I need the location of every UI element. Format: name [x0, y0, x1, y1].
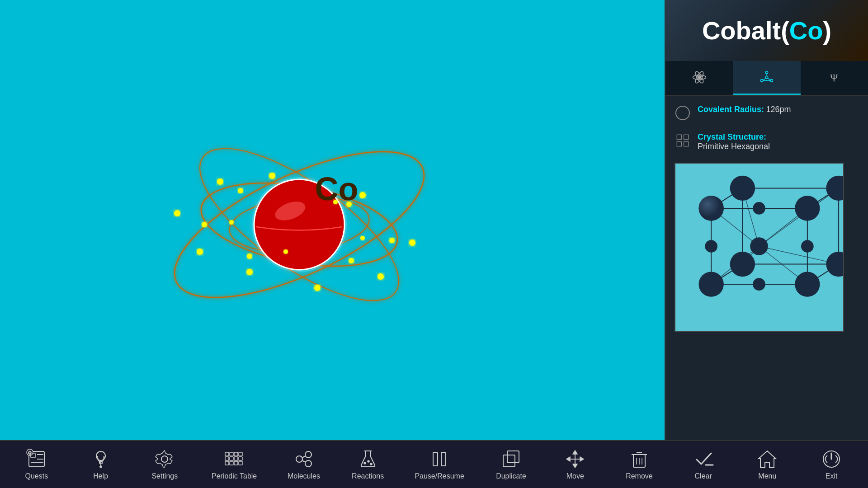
toolbar-quests[interactable]: Q Quests	[14, 445, 59, 484]
svg-point-88	[100, 466, 102, 468]
toolbar-move[interactable]: Move	[552, 445, 598, 484]
duplicate-label: Duplicate	[496, 472, 526, 480]
svg-point-113	[370, 463, 372, 465]
atom-container: Co	[141, 107, 458, 333]
crystal-structure-icon	[675, 132, 691, 149]
svg-rect-93	[225, 452, 229, 456]
svg-point-26	[283, 249, 288, 254]
svg-point-9	[217, 178, 223, 185]
settings-icon	[154, 449, 175, 469]
svg-rect-116	[507, 451, 519, 463]
svg-rect-42	[677, 142, 681, 146]
covalent-radius-text: Covalent Radius: 126pm	[698, 105, 859, 114]
toolbar-menu[interactable]: Menu	[745, 445, 790, 484]
svg-point-32	[760, 80, 763, 82]
svg-point-71	[795, 272, 820, 296]
structure-tab-icon	[759, 69, 775, 85]
svg-rect-96	[239, 452, 242, 456]
element-title: Cobalt(Co)	[665, 0, 868, 61]
tab-atom[interactable]	[665, 61, 733, 95]
move-icon	[565, 449, 585, 469]
toolbar-periodic-table[interactable]: Periodic Table	[206, 445, 262, 484]
svg-rect-99	[234, 457, 238, 460]
svg-point-13	[377, 273, 384, 280]
tab-psi[interactable]: Ψ	[801, 61, 868, 95]
atom-orbit-svg	[141, 107, 458, 333]
toolbar-help[interactable]: Help	[78, 445, 123, 484]
svg-point-25	[360, 236, 365, 240]
remove-label: Remove	[626, 472, 653, 480]
svg-point-18	[238, 188, 243, 193]
menu-icon	[757, 449, 778, 469]
svg-line-36	[763, 78, 765, 80]
move-label: Move	[566, 472, 584, 480]
svg-point-106	[305, 451, 311, 458]
svg-point-16	[197, 249, 203, 255]
atom-tab-icon	[691, 69, 708, 85]
element-symbol-label: Co	[315, 170, 359, 207]
toolbar-settings[interactable]: Settings	[142, 445, 187, 484]
svg-point-8	[174, 210, 180, 216]
svg-point-31	[765, 71, 768, 74]
molecules-label: Molecules	[288, 472, 320, 480]
svg-point-33	[770, 80, 773, 82]
main-area: Co Cobalt(Co)	[0, 0, 868, 440]
svg-point-11	[359, 192, 366, 198]
svg-rect-40	[677, 135, 681, 139]
svg-rect-98	[230, 457, 233, 460]
quests-icon: Q	[26, 449, 47, 469]
covalent-radius-value: 126pm	[766, 105, 791, 114]
toolbar-remove[interactable]: Remove	[617, 445, 662, 484]
svg-point-92	[161, 456, 168, 462]
svg-marker-122	[566, 457, 570, 461]
covalent-radius-row: Covalent Radius: 126pm	[675, 105, 859, 121]
periodic-table-label: Periodic Table	[212, 472, 257, 480]
crystal-structure-image	[675, 163, 844, 332]
duplicate-icon	[501, 449, 522, 469]
svg-marker-121	[573, 464, 577, 468]
svg-point-20	[389, 238, 395, 243]
svg-rect-43	[684, 142, 689, 146]
psi-tab-icon: Ψ	[826, 69, 842, 85]
svg-rect-95	[234, 452, 238, 456]
svg-rect-103	[234, 461, 238, 465]
svg-point-34	[765, 76, 768, 78]
toolbar-pause-resume[interactable]: Pause/Resume	[409, 445, 469, 484]
pause-resume-icon	[429, 449, 450, 469]
crystal-icon-svg	[675, 133, 690, 148]
svg-rect-101	[225, 461, 229, 465]
crystal-structure-value: Primitive Hexagonal	[698, 142, 770, 151]
svg-line-109	[302, 460, 306, 462]
svg-marker-120	[573, 450, 577, 454]
toolbar-reactions[interactable]: Reactions	[345, 445, 391, 484]
toolbar-molecules[interactable]: Molecules	[281, 445, 326, 484]
settings-label: Settings	[151, 472, 178, 480]
toolbar-exit[interactable]: Exit	[809, 445, 854, 484]
clear-icon	[693, 449, 714, 469]
remove-icon	[629, 449, 650, 469]
svg-point-77	[705, 240, 717, 253]
svg-point-67	[795, 196, 820, 221]
svg-rect-104	[239, 461, 242, 465]
svg-point-12	[409, 239, 415, 246]
svg-point-68	[730, 176, 755, 201]
svg-point-17	[202, 222, 207, 227]
svg-rect-41	[684, 135, 689, 139]
molecules-icon	[293, 449, 314, 469]
toolbar-clear[interactable]: Clear	[681, 445, 726, 484]
circle-icon	[675, 106, 690, 120]
svg-point-111	[364, 462, 366, 464]
svg-point-75	[753, 202, 765, 215]
toolbar-duplicate[interactable]: Duplicate	[489, 445, 534, 484]
help-label: Help	[93, 472, 108, 480]
exit-label: Exit	[826, 472, 838, 480]
exit-icon	[821, 449, 842, 469]
svg-rect-97	[225, 457, 229, 460]
svg-point-112	[368, 460, 369, 462]
svg-rect-102	[230, 461, 233, 465]
svg-line-37	[768, 78, 770, 80]
svg-rect-115	[441, 452, 446, 466]
tab-structure[interactable]	[733, 61, 800, 95]
reactions-label: Reactions	[352, 472, 384, 480]
svg-point-76	[753, 278, 765, 291]
